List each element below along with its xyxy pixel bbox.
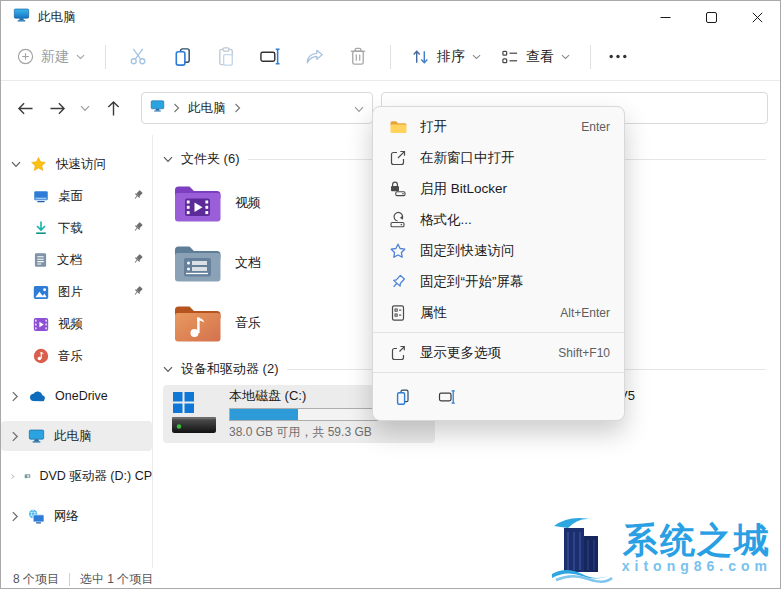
chevron-right-icon[interactable] [11,471,15,482]
menu-shortcut: Enter [581,120,610,134]
up-button[interactable] [97,92,129,124]
open-new-window-icon [389,149,407,167]
forward-arrow-icon [49,101,66,116]
view-button[interactable]: 查看 [501,48,570,66]
sidebar-item-documents[interactable]: 文档 [1,245,152,275]
copy-button[interactable] [385,382,421,412]
folder-tile-documents[interactable]: 文档 [163,235,393,291]
share-icon [304,46,325,67]
chevron-right-icon [173,103,180,113]
menu-item-show-more-options[interactable]: 显示更多选项 Shift+F10 [373,337,624,368]
sidebar-item-label: 网络 [54,508,79,525]
watermark-title: 系统之城 [623,522,771,559]
minimize-button[interactable] [642,1,688,33]
new-button-label: 新建 [41,48,69,66]
menu-item-label: 属性 [420,304,447,322]
chevron-down-icon[interactable] [11,161,21,168]
sidebar-item-label: DVD 驱动器 (D:) CP [40,468,153,485]
onedrive-icon [28,390,46,402]
copy-icon [394,388,412,406]
chevron-right-icon [234,103,241,113]
cut-button[interactable] [116,40,160,74]
folder-tile-videos[interactable]: 视频 [163,175,393,231]
address-dropdown-button[interactable] [354,99,364,117]
delete-button[interactable] [336,40,380,74]
sidebar-item-dvd-drive[interactable]: DVD 驱动器 (D:) CP [1,461,152,491]
selected-count: 选中 1 个项目 [80,571,153,588]
sidebar-item-pictures[interactable]: 图片 [1,277,152,307]
sidebar-item-downloads[interactable]: 下载 [1,213,152,243]
more-options-button[interactable] [601,40,635,74]
folder-tile-music[interactable]: 音乐 [163,295,393,351]
pin-icon [132,189,144,201]
menu-item-pin-to-quick-access[interactable]: 固定到快速访问 [373,235,624,266]
sidebar-item-label: 文档 [57,252,82,269]
sidebar-item-quick-access[interactable]: 快速访问 [1,149,152,179]
share-button[interactable] [292,40,336,74]
chevron-right-icon[interactable] [11,431,19,442]
sidebar-item-label: 下载 [58,220,83,237]
network-icon [28,509,45,524]
menu-item-pin-to-start[interactable]: 固定到“开始”屏幕 [373,266,624,297]
menu-shortcut: Shift+F10 [558,346,610,360]
chevron-down-icon [472,54,481,60]
close-button[interactable] [734,1,780,33]
breadcrumb-this-pc[interactable]: 此电脑 [188,100,226,117]
menu-item-open[interactable]: 打开 Enter [373,111,624,142]
explorer-window: 此电脑 新建 [0,0,781,589]
chevron-right-icon[interactable] [11,391,19,402]
toolbar-divider [105,45,106,69]
format-drive-icon [389,211,407,229]
pin-outline-icon [389,273,407,291]
menu-item-format[interactable]: 格式化... [373,204,624,235]
forward-button[interactable] [41,92,73,124]
chevron-down-icon[interactable] [163,366,173,373]
sort-button[interactable]: 排序 [411,48,481,66]
show-more-icon [389,344,407,362]
back-button[interactable] [9,92,41,124]
maximize-button[interactable] [688,1,734,33]
sidebar-item-music[interactable]: 音乐 [1,341,152,371]
new-button[interactable]: 新建 [17,48,85,66]
navigation-pane: 快速访问 桌面 下载 文档 图片 [1,135,153,568]
paste-icon [216,46,237,67]
pin-icon [132,285,144,297]
toolbar-divider [590,45,591,69]
rename-icon [259,46,281,67]
menu-item-properties[interactable]: 属性 Alt+Enter [373,297,624,328]
rename-button[interactable] [429,382,465,412]
delete-icon [348,46,368,67]
paste-button[interactable] [204,40,248,74]
minimize-icon [660,12,671,23]
videos-folder-icon [173,182,223,224]
rename-button[interactable] [248,40,292,74]
menu-item-label: 格式化... [420,211,472,229]
menu-item-open-new-window[interactable]: 在新窗口中打开 [373,142,624,173]
sort-icon [411,48,430,66]
address-bar[interactable]: 此电脑 [141,92,373,124]
watermark-domain: xitong86.com [622,558,772,574]
drive-usage-text: 38.0 GB 可用，共 59.3 GB [229,424,419,441]
menu-shortcut: Alt+Enter [560,306,610,320]
pin-icon [132,253,144,265]
chevron-down-icon[interactable] [163,156,173,163]
sidebar-item-label: OneDrive [55,389,108,403]
menu-item-enable-bitlocker[interactable]: 启用 BitLocker [373,173,624,204]
sidebar-item-videos[interactable]: 视频 [1,309,152,339]
download-icon [33,220,49,236]
sidebar-item-this-pc[interactable]: 此电脑 [1,421,152,451]
chevron-right-icon[interactable] [11,511,19,522]
sidebar-item-network[interactable]: 网络 [1,501,152,531]
sidebar-item-desktop[interactable]: 桌面 [1,181,152,211]
chevron-down-icon [76,54,85,60]
recent-locations-button[interactable] [73,92,97,124]
sort-button-label: 排序 [437,48,465,66]
view-button-label: 查看 [526,48,554,66]
sidebar-item-onedrive[interactable]: OneDrive [1,381,152,411]
context-menu: 打开 Enter 在新窗口中打开 启用 BitLocker 格式化... 固定到… [372,106,625,421]
close-icon [752,12,763,23]
menu-item-label: 固定到“开始”屏幕 [420,273,524,291]
section-title: 文件夹 (6) [181,150,240,168]
this-pc-icon [150,99,165,117]
copy-button[interactable] [160,40,204,74]
